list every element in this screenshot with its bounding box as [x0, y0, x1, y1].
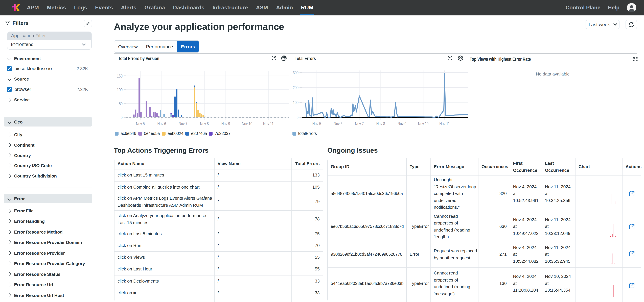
svg-text:Nov 7: Nov 7	[355, 121, 364, 126]
svg-text:Nov 9: Nov 9	[398, 121, 406, 126]
svg-text:Nov 11: Nov 11	[439, 121, 450, 126]
svg-text:200: 200	[293, 85, 298, 90]
svg-text:Nov 6: Nov 6	[334, 121, 342, 126]
svg-text:0: 0	[297, 115, 298, 120]
svg-text:Nov 10: Nov 10	[418, 121, 428, 126]
svg-text:Nov 5: Nov 5	[312, 121, 321, 126]
svg-text:50: 50	[119, 101, 122, 106]
svg-text:100: 100	[117, 87, 122, 92]
svg-text:100: 100	[293, 100, 298, 105]
svg-text:Nov 5: Nov 5	[136, 121, 145, 126]
svg-text:Nov 9: Nov 9	[221, 121, 230, 126]
svg-text:Nov 6: Nov 6	[157, 121, 166, 126]
svg-text:300: 300	[293, 70, 298, 75]
svg-text:Nov 8: Nov 8	[200, 121, 209, 126]
svg-text:Nov 7: Nov 7	[179, 121, 187, 126]
svg-text:Nov 10: Nov 10	[242, 121, 252, 126]
svg-text:0: 0	[121, 115, 122, 120]
svg-text:Nov 11: Nov 11	[263, 121, 274, 126]
svg-text:150: 150	[117, 74, 122, 78]
svg-text:Nov 8: Nov 8	[376, 121, 385, 126]
